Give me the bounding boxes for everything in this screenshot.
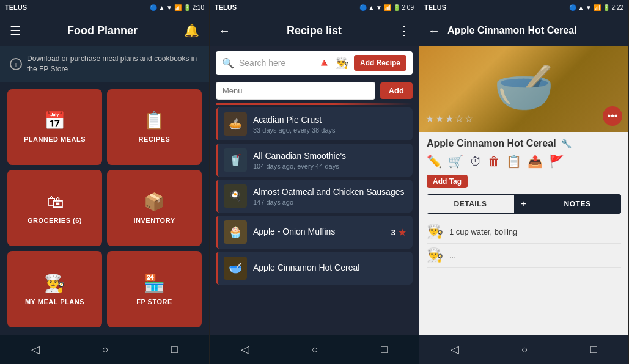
grid-item-recipes[interactable]: 📋 RECIPES [107,89,202,166]
search-input[interactable]: Search here [239,58,312,68]
action-icons-row: ✏️ 🛒 ⏱ 🗑 📋 📤 🚩 [427,154,621,169]
phone1-food-planner: TELUS 🔵 ▲ ▼ 📶 🔋 2:10 ☰ Food Planner 🔔 i … [0,0,210,364]
add-recipe-button[interactable]: Add Recipe [354,55,406,71]
home-nav-3[interactable]: ○ [521,343,528,356]
grid-item-my-meal-plans[interactable]: 👨‍🍳 MY MEAL PLANS [7,251,102,327]
recipe-info: Apple Cinnamon Hot Cereal [253,262,406,274]
cart-icon[interactable]: 🛒 [448,154,463,169]
status-bar-2: TELUS 🔵 ▲ ▼ 📶 🔋 2:09 [210,0,419,15]
status-icons-2: 🔵 ▲ ▼ 📶 🔋 2:09 [359,4,414,11]
tab-plus-button[interactable]: + [514,194,534,214]
detail-body: Apple Cinnamon Hot Cereal 🔧 ✏️ 🛒 ⏱ 🗑 📋 📤… [419,132,628,335]
recipe-info: Apple - Onion Muffins [253,226,385,238]
star-icon: ★ [398,227,406,238]
phone2-header: ← Recipe list ⋮ [210,15,419,46]
recipe-thumb: 🍳 [224,184,247,208]
inventory-icon: 📦 [144,192,165,212]
inventory-label: INVENTORY [133,217,175,224]
menu-row: Add [216,82,413,100]
back-button-3[interactable]: ← [428,24,440,38]
recipe-info: Almost Oatmeal and Chicken Sausages 147 … [253,186,406,206]
ingredient-row: 👨‍🍳 1 cup water, boiling [427,220,621,244]
square-nav-2[interactable]: □ [381,343,388,356]
recipe-name: Apple - Onion Muffins [253,226,385,237]
recipe-list: 🥧 Acadian Pie Crust 33 days ago, every 3… [210,107,419,335]
ingredient-text-2: ... [449,251,456,260]
hamburger-menu-icon[interactable]: ☰ [10,23,21,38]
grid-item-fp-store[interactable]: 🏪 FP STORE [107,251,202,327]
copy-icon[interactable]: 📋 [506,154,521,169]
back-nav-3[interactable]: ◁ [451,343,459,356]
add-tag-button[interactable]: Add Tag [427,175,468,188]
planned-meals-icon: 📅 [44,111,65,131]
timer-icon[interactable]: ⏱ [469,155,482,169]
fp-store-icon: 🏪 [144,273,165,293]
recipe-list-title: Recipe list [287,24,342,37]
delete-icon[interactable]: 🗑 [488,155,500,169]
carrier-1: TELUS [5,4,27,11]
list-item[interactable]: 🍳 Almost Oatmeal and Chicken Sausages 14… [216,180,413,213]
phone3-recipe-detail: TELUS 🔵 ▲ ▼ 📶 🔋 2:22 ← Apple Cinnamon Ho… [419,0,629,364]
grid-item-planned-meals[interactable]: 📅 PLANNED MEALS [7,89,102,166]
star-2: ★ [435,113,444,125]
ingredient-icon-1: 👨‍🍳 [427,224,443,239]
carrier-3: TELUS [424,4,446,11]
list-item[interactable]: 🥤 All Canadian Smoothie's 104 days ago, … [216,144,413,177]
back-nav-1[interactable]: ◁ [31,343,40,356]
tab-details[interactable]: DETAILS [427,195,514,213]
square-nav-1[interactable]: □ [171,343,178,356]
edit-icon[interactable]: ✏️ [427,154,442,169]
grid-item-groceries[interactable]: 🛍 GROCERIES (6) [7,170,102,246]
bell-icon[interactable]: 🔔 [184,23,199,38]
recipes-icon: 📋 [144,111,165,131]
recipe-meta: 33 days ago, every 38 days [253,126,406,134]
more-options-icon[interactable]: ⋮ [398,23,410,38]
tabs-row: DETAILS + NOTES [427,194,621,214]
planned-meals-label: PLANNED MEALS [24,136,86,143]
hero-stars: ★ ★ ★ ☆ ☆ [425,113,473,125]
nav-bar-2: ◁ ○ □ [210,335,419,364]
home-nav-2[interactable]: ○ [312,343,318,356]
recipe-name: All Canadian Smoothie's [253,150,406,161]
sort-icon[interactable]: 🔺 [317,56,331,70]
recipe-thumb: 🥧 [224,112,247,136]
phone2-recipe-list: TELUS 🔵 ▲ ▼ 📶 🔋 2:09 ← Recipe list ⋮ 🔍 S… [210,0,419,364]
recipe-name: Almost Oatmeal and Chicken Sausages [253,186,406,197]
search-icon: 🔍 [222,57,234,69]
wrench-icon[interactable]: 🔧 [561,139,572,148]
share-icon[interactable]: 📤 [528,154,543,169]
groceries-icon: 🛍 [46,192,64,212]
fp-store-label: FP STORE [136,298,172,305]
badge-number: 3 [391,228,395,237]
recipe-info: Acadian Pie Crust 33 days ago, every 38 … [253,114,406,134]
menu-input[interactable] [216,82,375,100]
ingredient-text-1: 1 cup water, boiling [449,227,517,236]
back-button-2[interactable]: ← [218,24,230,38]
ingredient-icon-2: 👨‍🍳 [427,247,443,263]
recipe-name: Acadian Pie Crust [253,114,406,125]
detail-title-row: Apple Cinnamon Hot Cereal 🔧 [427,138,621,149]
star-5: ☆ [465,113,473,125]
list-item[interactable]: 🥧 Acadian Pie Crust 33 days ago, every 3… [216,107,413,140]
app-title: Food Planner [67,24,138,37]
detail-recipe-title: Apple Cinnamon Hot Cereal [427,138,556,149]
flag-icon[interactable]: 🚩 [549,154,564,169]
star-4: ☆ [455,113,463,125]
list-item[interactable]: 🧁 Apple - Onion Muffins 3 ★ [216,216,413,249]
my-meal-plans-label: MY MEAL PLANS [25,298,84,305]
tab-notes[interactable]: NOTES [534,195,621,213]
grid-item-inventory[interactable]: 📦 INVENTORY [107,170,202,246]
search-bar: 🔍 Search here 🔺 👨‍🍳 Add Recipe [216,51,413,75]
add-button[interactable]: Add [380,82,413,99]
status-bar-3: TELUS 🔵 ▲ ▼ 📶 🔋 2:22 [419,0,628,15]
recipe-thumb: 🥣 [224,257,247,280]
hero-more-button[interactable]: ••• [603,106,622,126]
back-nav-2[interactable]: ◁ [241,343,249,356]
home-nav-1[interactable]: ○ [102,343,109,356]
info-icon: i [10,58,22,70]
list-item[interactable]: 🥣 Apple Cinnamon Hot Cereal [216,252,413,285]
chef-icon[interactable]: 👨‍🍳 [336,56,349,70]
recipes-label: RECIPES [139,136,171,143]
recipe-hero-image: ★ ★ ★ ☆ ☆ ••• [419,46,628,132]
square-nav-3[interactable]: □ [590,343,597,356]
